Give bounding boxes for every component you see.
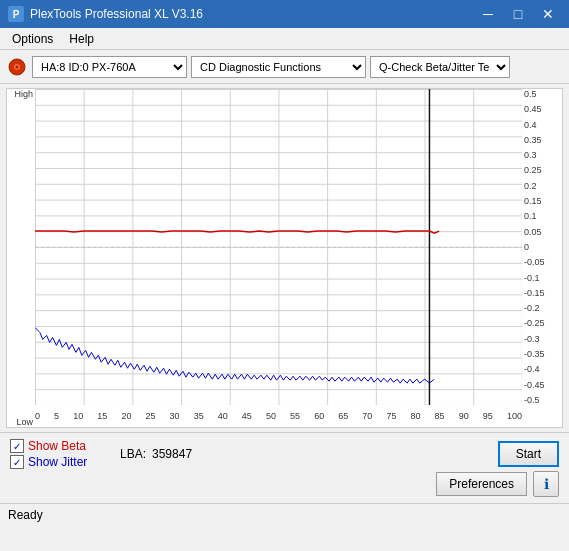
drive-icon-button[interactable] — [6, 56, 28, 78]
show-beta-checkbox-item[interactable]: ✓ Show Beta — [10, 439, 120, 453]
minimize-button[interactable]: ─ — [475, 4, 501, 24]
chart-svg — [35, 89, 522, 405]
chart-container: High Low 0.5 0.45 0.4 0.35 0.3 0.25 0.2 … — [6, 88, 563, 428]
preferences-button[interactable]: Preferences — [436, 472, 527, 496]
left-axis-low: Low — [16, 417, 33, 427]
menu-options[interactable]: Options — [4, 30, 61, 47]
app-icon: P — [8, 6, 24, 22]
chart-right-axis: 0.5 0.45 0.4 0.35 0.3 0.25 0.2 0.15 0.1 … — [522, 89, 562, 405]
checkbox-group: ✓ Show Beta ✓ Show Jitter — [10, 439, 120, 469]
left-axis-high: High — [14, 89, 33, 99]
test-select[interactable]: Q-Check Beta/Jitter Test — [370, 56, 510, 78]
menu-bar: Options Help — [0, 28, 569, 50]
info-icon: ℹ — [544, 476, 549, 492]
close-button[interactable]: ✕ — [535, 4, 561, 24]
chart-left-axis: High Low — [7, 89, 35, 427]
function-select[interactable]: CD Diagnostic Functions — [191, 56, 366, 78]
show-jitter-label: Show Jitter — [28, 455, 87, 469]
drive-select[interactable]: HA:8 ID:0 PX-760A — [32, 56, 187, 78]
start-button[interactable]: Start — [498, 441, 559, 467]
lba-section: LBA: 359847 — [120, 447, 498, 461]
status-text: Ready — [8, 508, 43, 522]
info-button[interactable]: ℹ — [533, 471, 559, 497]
drive-icon — [8, 58, 26, 76]
lba-value: 359847 — [152, 447, 192, 461]
menu-help[interactable]: Help — [61, 30, 102, 47]
svg-point-2 — [16, 65, 19, 68]
status-bar: Ready — [0, 503, 569, 525]
chart-plot-area — [35, 89, 522, 405]
right-buttons: Start — [498, 441, 559, 467]
bottom-panel: ✓ Show Beta ✓ Show Jitter LBA: 359847 St… — [0, 432, 569, 503]
title-bar-text: PlexTools Professional XL V3.16 — [30, 7, 475, 21]
show-jitter-checkbox[interactable]: ✓ — [10, 455, 24, 469]
show-jitter-checkbox-item[interactable]: ✓ Show Jitter — [10, 455, 120, 469]
show-beta-checkbox[interactable]: ✓ — [10, 439, 24, 453]
chart-bottom-axis: 0 5 10 15 20 25 30 35 40 45 50 55 60 65 … — [35, 405, 522, 427]
maximize-button[interactable]: □ — [505, 4, 531, 24]
title-bar: P PlexTools Professional XL V3.16 ─ □ ✕ — [0, 0, 569, 28]
title-bar-buttons: ─ □ ✕ — [475, 4, 561, 24]
lba-label: LBA: — [120, 447, 146, 461]
toolbar: HA:8 ID:0 PX-760A CD Diagnostic Function… — [0, 50, 569, 84]
show-beta-label: Show Beta — [28, 439, 86, 453]
